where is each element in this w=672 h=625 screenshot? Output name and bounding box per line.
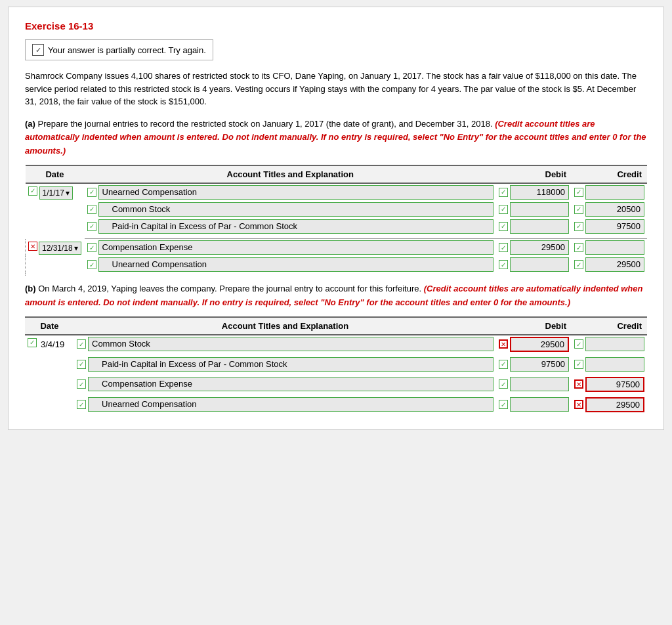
part-a-text: Prepare the journal entries to record th…: [38, 119, 495, 129]
cb-2b[interactable]: ✓: [87, 260, 96, 269]
date-cell-2: ✕ 12/31/18 ▾: [26, 239, 85, 276]
cb-credit-2a[interactable]: ✓: [574, 243, 583, 252]
credit-input-b2[interactable]: [585, 357, 644, 372]
date-value-1: 1/1/17: [43, 188, 64, 198]
credit-input-1c[interactable]: 97500: [585, 219, 644, 234]
table-row: ✓ Common Stock ✓ ✓ 20500: [26, 201, 648, 218]
cb-1c[interactable]: ✓: [87, 222, 96, 231]
debit-cell-2b: ✓: [496, 256, 572, 273]
partial-correct-text: Your answer is partially correct. Try ag…: [48, 45, 206, 55]
cb-debit-b3[interactable]: ✓: [499, 379, 508, 389]
credit-cell-2b: ✓ 29500: [572, 256, 647, 273]
table-row: ✓ 3/4/19 ✓ Common Stock ✕ 29500: [25, 335, 647, 353]
debit-cell-b2: ✓ 97500: [496, 356, 572, 373]
cb-b4[interactable]: ✓: [77, 400, 86, 409]
credit-input-b1[interactable]: [585, 337, 644, 351]
cb-credit-1c[interactable]: ✓: [574, 222, 583, 231]
debit-input-2a[interactable]: 29500: [510, 240, 569, 255]
acct-cell-b2: ✓ Paid-in Capital in Excess of Par - Com…: [74, 356, 496, 373]
part-a-label: (a): [25, 119, 35, 129]
acct-cell-1c: ✓ Paid-in Capital in Excess of Par - Com…: [85, 218, 497, 235]
debit-cell-b3: ✓: [496, 376, 572, 393]
acct-input-2b[interactable]: Unearned Compensation: [98, 257, 494, 272]
acct-input-b3[interactable]: Compensation Expense: [88, 377, 494, 391]
cb-debit-b1[interactable]: ✕: [499, 339, 508, 349]
col-acct-a: Account Titles and Explanation: [85, 165, 497, 183]
cb-debit-1b[interactable]: ✓: [499, 205, 508, 214]
cb-b2[interactable]: ✓: [77, 360, 86, 369]
acct-input-b1[interactable]: Common Stock: [88, 337, 494, 351]
cb-b3[interactable]: ✓: [77, 379, 86, 389]
date-value-2: 12/31/18: [42, 244, 73, 253]
debit-input-b3[interactable]: [510, 377, 569, 391]
acct-input-b4[interactable]: Unearned Compensation: [88, 397, 494, 412]
acct-input-1a[interactable]: Unearned Compensation: [98, 185, 494, 200]
cb-2a[interactable]: ✓: [87, 243, 96, 252]
cb-debit-b4[interactable]: ✓: [499, 400, 508, 409]
col-credit-b: Credit: [572, 317, 647, 335]
cb-credit-b1[interactable]: ✓: [574, 339, 583, 349]
debit-cell-1c: ✓: [496, 218, 572, 235]
credit-input-2b[interactable]: 29500: [585, 257, 644, 272]
debit-input-b4[interactable]: [510, 397, 569, 412]
debit-cell-b1: ✕ 29500: [496, 335, 572, 353]
checkbox-date1[interactable]: ✓: [28, 186, 37, 196]
credit-input-1a[interactable]: [585, 185, 644, 200]
credit-cell-b2: ✓: [572, 356, 647, 373]
cb-debit-2b[interactable]: ✓: [499, 260, 508, 269]
debit-input-1c[interactable]: [510, 219, 569, 234]
part-a-table: Date Account Titles and Explanation Debi…: [25, 165, 647, 276]
table-row: ✓ Unearned Compensation ✓ ✓ 29500: [26, 256, 648, 273]
cb-1a[interactable]: ✓: [87, 188, 96, 197]
credit-input-b4[interactable]: 29500: [585, 397, 644, 412]
credit-cell-b4: ✕ 29500: [572, 396, 647, 414]
acct-cell-b4: ✓ Unearned Compensation: [74, 396, 496, 414]
cb-debit-1a[interactable]: ✓: [499, 188, 508, 197]
acct-cell-b3: ✓ Compensation Expense: [74, 376, 496, 393]
cb-credit-2b[interactable]: ✓: [574, 260, 583, 269]
part-b-label: (b): [25, 284, 36, 293]
cb-debit-1c[interactable]: ✓: [499, 222, 508, 231]
credit-cell-1b: ✓ 20500: [572, 201, 647, 218]
cb-date-b[interactable]: ✓: [28, 338, 37, 347]
acct-cell-b1: ✓ Common Stock: [74, 335, 496, 353]
credit-cell-2a: ✓: [572, 239, 647, 256]
debit-input-b1[interactable]: 29500: [510, 337, 569, 352]
debit-input-1b[interactable]: [510, 202, 569, 217]
cb-debit-2a[interactable]: ✓: [499, 243, 508, 252]
acct-input-b2[interactable]: Paid-in Capital in Excess of Par - Commo…: [88, 357, 494, 372]
cb-credit-b2[interactable]: ✓: [574, 360, 583, 369]
partial-check-icon: ✓: [32, 44, 44, 56]
col-date-a: Date: [26, 165, 85, 183]
table-row: ✕ 12/31/18 ▾ ✓ Compensation Expense: [26, 239, 648, 256]
cb-debit-b2[interactable]: ✓: [499, 360, 508, 369]
credit-input-1b[interactable]: 20500: [585, 202, 644, 217]
date-select-2[interactable]: 12/31/18 ▾: [39, 242, 81, 255]
debit-input-b2[interactable]: 97500: [510, 357, 569, 372]
acct-input-2a[interactable]: Compensation Expense: [98, 240, 494, 255]
cb-credit-b4[interactable]: ✕: [574, 400, 583, 409]
acct-input-1c[interactable]: Paid-in Capital in Excess of Par - Commo…: [98, 219, 494, 234]
debit-cell-1b: ✓: [496, 201, 572, 218]
debit-input-1a[interactable]: 118000: [510, 185, 569, 200]
col-acct-b: Account Titles and Explanation: [74, 317, 496, 335]
credit-input-2a[interactable]: [585, 240, 644, 255]
exercise-title: Exercise 16-13: [25, 20, 647, 32]
credit-input-b3[interactable]: 97500: [585, 377, 644, 392]
col-date-b: Date: [25, 317, 74, 335]
cb-credit-1b[interactable]: ✓: [574, 205, 583, 214]
cb-1b[interactable]: ✓: [87, 205, 96, 214]
date-value-b: 3/4/19: [39, 338, 66, 351]
cb-credit-1a[interactable]: ✓: [574, 188, 583, 197]
date-select-1[interactable]: 1/1/17 ▾: [39, 186, 73, 200]
cb-b1[interactable]: ✓: [77, 339, 86, 349]
credit-cell-b1: ✓: [572, 335, 647, 353]
debit-input-2b[interactable]: [510, 257, 569, 272]
acct-cell-1a: ✓ Unearned Compensation: [85, 183, 497, 201]
problem-description: Shamrock Company issues 4,100 shares of …: [25, 70, 647, 108]
acct-input-1b[interactable]: Common Stock: [98, 202, 494, 217]
spacer-b4: [25, 414, 647, 416]
cb-credit-b3[interactable]: ✕: [574, 379, 583, 389]
part-b-text: On March 4, 2019, Yaping leaves the comp…: [38, 284, 424, 293]
date-cell-1: ✓ 1/1/17 ▾: [26, 183, 85, 240]
